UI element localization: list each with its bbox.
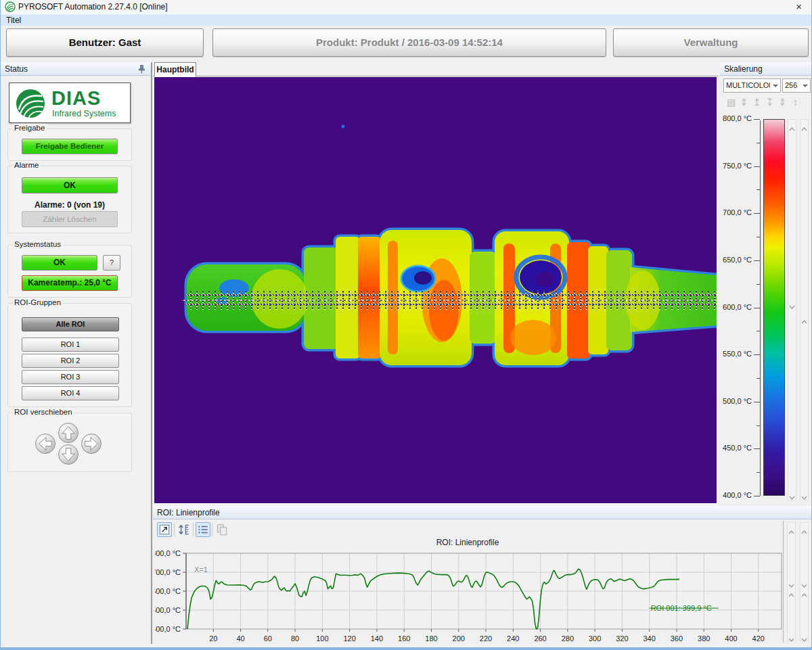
alarm-ok-button[interactable]: OK — [22, 177, 118, 193]
x-tick-label: 120 — [343, 634, 355, 643]
title-bar: PYROSOFT Automation 2.27.4.0 [Online] × — [1, 0, 811, 14]
x-tick-label: 380 — [698, 634, 710, 643]
x-tick-label: 360 — [671, 634, 683, 643]
copy-icon — [215, 523, 229, 536]
scale-expand-icon[interactable]: ⇕ — [776, 97, 789, 108]
copy-button[interactable] — [215, 522, 229, 537]
move-left-button[interactable] — [35, 434, 55, 454]
arrow-right-icon — [82, 434, 101, 453]
profile-chart[interactable]: 2040608010012014016018020022024026028030… — [155, 549, 786, 645]
tab-hauptbild[interactable]: Hauptbild — [154, 62, 196, 76]
x-tick-label: 140 — [371, 634, 383, 643]
scale-tick — [757, 331, 760, 331]
roi-line-strip[interactable] — [181, 291, 717, 310]
move-right-button[interactable] — [81, 434, 102, 454]
roi-4-button[interactable]: ROI 4 — [22, 386, 119, 400]
thermal-image[interactable] — [154, 77, 717, 503]
sidebar-splitter[interactable] — [151, 62, 152, 644]
thermal-image-frame — [154, 76, 717, 504]
palette-select[interactable]: MULTICOLOR — [723, 78, 781, 93]
palette-settings-icon[interactable]: ▤ — [725, 97, 738, 108]
skalierung-panel-header: Skalierung — [720, 62, 812, 76]
x-tick-label: 160 — [398, 634, 410, 643]
scale-tick — [754, 166, 760, 167]
x-tick-label: 200 — [453, 634, 465, 643]
toolbar-separator — [212, 523, 212, 536]
alarme-label: Alarme — [12, 161, 41, 169]
move-up-button[interactable] — [58, 423, 78, 443]
x-tick-label: 40 — [236, 634, 244, 643]
profile-scale-scrollbar-1[interactable] — [787, 522, 796, 641]
scale-tick — [757, 237, 760, 237]
colorbar — [763, 119, 785, 496]
scale-min-scrollbar[interactable] — [800, 119, 809, 501]
profile-panel-title: ROI: Linienprofile — [157, 508, 220, 517]
x-tick-label: 80 — [291, 634, 299, 643]
scale-max-scrollbar[interactable] — [788, 119, 796, 501]
roi-3-button[interactable]: ROI 3 — [22, 370, 119, 384]
scale-max-down-icon[interactable]: ↧ — [763, 97, 776, 108]
scale-toolbar: ▤⇕↥↧⇕↕ — [725, 97, 810, 109]
chevron-down-icon — [773, 85, 778, 87]
popout-icon — [158, 523, 171, 536]
help-button[interactable]: ? — [103, 255, 120, 271]
close-icon[interactable]: × — [796, 1, 802, 13]
camera-temp-button[interactable]: Kameratemp.: 25,0 °C — [22, 275, 118, 291]
roi-1-button[interactable]: ROI 1 — [22, 338, 119, 352]
legend-list-button[interactable] — [196, 522, 210, 537]
freigabe-bediener-button[interactable]: Freigabe Bediener — [22, 139, 118, 154]
alarme-group: Alarme OK Alarme: 0 (von 19) Zähler Lösc… — [7, 166, 132, 233]
toolbar-separator — [193, 523, 194, 536]
profile-scale-scrollbar-2[interactable] — [800, 522, 809, 641]
scale-tick-label: 550,0 °C — [715, 350, 752, 358]
move-down-button[interactable] — [58, 444, 78, 465]
product-button[interactable]: Produkt: Produkt / 2016-03-09 14:52:14 — [212, 28, 606, 57]
chart-annotation: X=1 — [194, 565, 208, 574]
scale-shrink-icon[interactable]: ↕ — [789, 97, 802, 108]
popout-button[interactable] — [157, 522, 172, 537]
pin-icon[interactable] — [138, 65, 145, 74]
roi-all-button[interactable]: Alle ROI — [22, 317, 119, 331]
x-tick-label: 300 — [589, 634, 601, 643]
dias-name: DIAS — [51, 87, 101, 110]
scale-tick — [754, 260, 760, 261]
scale-tick-label: 600,0 °C — [715, 303, 752, 311]
dias-swirl-icon — [15, 88, 46, 119]
roi-gruppen-label: ROI-Gruppen — [12, 298, 63, 306]
roi-move-label: ROI verschieben — [12, 408, 74, 416]
x-tick-label: 420 — [752, 634, 765, 643]
scale-tick-label: 400,0 °C — [715, 491, 752, 499]
scale-tick — [757, 425, 760, 426]
scale-tick-label: 650,0 °C — [715, 256, 752, 264]
arrow-left-icon — [36, 434, 55, 453]
scale-tick — [754, 448, 760, 449]
scale-tick — [757, 378, 760, 379]
admin-button[interactable]: Verwaltung — [613, 28, 809, 57]
x-tick-label: 20 — [209, 634, 217, 643]
x-tick-label: 400 — [725, 634, 737, 643]
roi-2-button[interactable]: ROI 2 — [22, 354, 119, 368]
window-title: PYROSOFT Automation 2.27.4.0 [Online] — [18, 2, 168, 11]
scale-tick — [754, 119, 760, 120]
x-tick-label: 220 — [480, 634, 492, 643]
scale-tick-label: 800,0 °C — [715, 114, 752, 122]
scale-auto-icon[interactable]: ⇕ — [738, 97, 750, 108]
systemstatus-label: Systemstatus — [12, 240, 63, 248]
menu-titel[interactable]: Titel — [6, 16, 21, 25]
levels-value: 256 — [785, 81, 800, 89]
palette-value: MULTICOLOR — [726, 81, 770, 89]
x-tick-label: 280 — [562, 634, 574, 643]
system-ok-button[interactable]: OK — [22, 255, 97, 271]
reset-counter-button[interactable]: Zähler Löschen — [22, 211, 118, 227]
chevron-down-icon — [803, 85, 808, 87]
levels-select[interactable]: 256 — [782, 78, 811, 93]
dias-subtitle: Infrared Systems — [52, 109, 116, 118]
autoscale-button[interactable] — [177, 522, 191, 537]
scale-tick — [754, 402, 760, 402]
scale-max-up-icon[interactable]: ↥ — [750, 97, 763, 108]
user-button[interactable]: Benutzer: Gast — [6, 28, 204, 57]
scale-tick — [754, 354, 760, 355]
systemstatus-group: Systemstatus OK ? Kameratemp.: 25,0 °C — [7, 245, 132, 298]
y-tick-label: 500,0 °C — [155, 606, 181, 614]
scale-tick-label: 500,0 °C — [715, 397, 752, 405]
